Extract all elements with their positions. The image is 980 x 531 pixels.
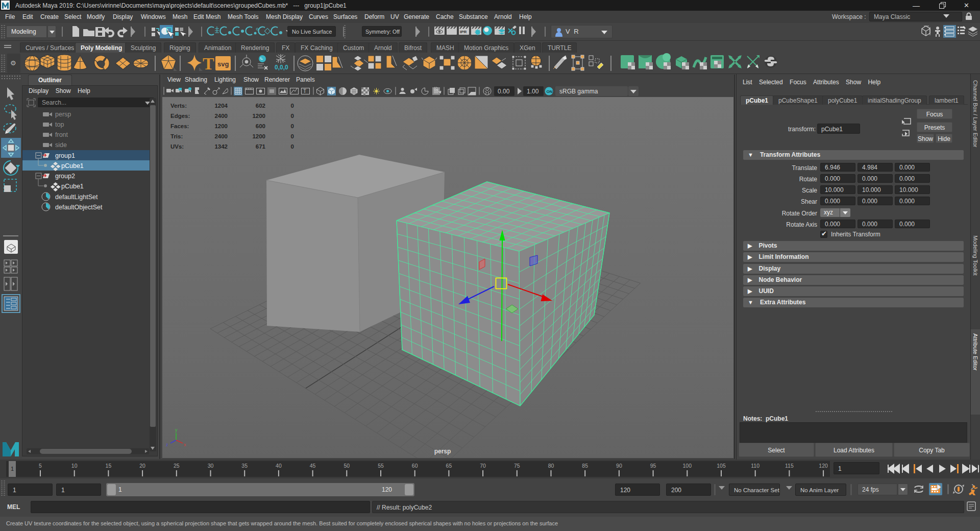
svg-text:35: 35: [241, 463, 248, 469]
svg-text:75: 75: [514, 463, 520, 469]
svg-text:100: 100: [683, 463, 692, 469]
svg-text:25: 25: [174, 463, 180, 469]
svg-text:15: 15: [106, 463, 112, 469]
svg-text:y: y: [175, 427, 178, 432]
svg-text:120: 120: [819, 463, 828, 469]
svg-text:svg: svg: [217, 60, 229, 68]
svg-text:front: front: [55, 131, 68, 138]
svg-text:0.00: 0.00: [498, 88, 510, 95]
svg-text:pCube1: pCube1: [61, 183, 84, 190]
svg-text:top: top: [55, 121, 64, 128]
svg-text:ON: ON: [547, 89, 553, 94]
svg-text:50: 50: [344, 463, 350, 469]
svg-text:115: 115: [785, 463, 794, 469]
svg-text:defaultObjectSet: defaultObjectSet: [55, 204, 103, 211]
svg-text:30: 30: [208, 463, 214, 469]
svg-text:sRGB gamma: sRGB gamma: [559, 88, 598, 95]
svg-text:90: 90: [616, 463, 622, 469]
svg-text:z: z: [166, 442, 168, 447]
svg-text:70: 70: [480, 463, 486, 469]
svg-text:45: 45: [310, 463, 316, 469]
svg-text:10: 10: [71, 463, 78, 469]
svg-text:95: 95: [650, 463, 656, 469]
svg-text:persp: persp: [434, 448, 451, 455]
svg-text:IPR: IPR: [460, 30, 467, 34]
svg-text:T: T: [203, 54, 214, 73]
svg-text:40: 40: [276, 463, 282, 469]
svg-text:60: 60: [412, 463, 418, 469]
svg-text:65: 65: [446, 463, 452, 469]
svg-text:110: 110: [751, 463, 760, 469]
svg-text:80: 80: [548, 463, 554, 469]
svg-text:85: 85: [582, 463, 588, 469]
svg-text:T: T: [303, 88, 306, 94]
svg-text:persp: persp: [55, 111, 71, 118]
svg-text:group1: group1: [55, 152, 75, 159]
svg-text:x: x: [184, 442, 186, 447]
svg-text:1.00: 1.00: [527, 88, 539, 95]
svg-text:side: side: [55, 141, 67, 149]
svg-text:0,0,0: 0,0,0: [275, 64, 288, 71]
svg-text:group2: group2: [55, 173, 75, 180]
svg-text:defaultLightSet: defaultLightSet: [55, 194, 98, 201]
svg-text:pCube1: pCube1: [61, 162, 84, 170]
svg-text:105: 105: [717, 463, 726, 469]
svg-text:55: 55: [378, 463, 384, 469]
svg-text:20: 20: [139, 463, 145, 469]
svg-text:5: 5: [39, 463, 42, 469]
